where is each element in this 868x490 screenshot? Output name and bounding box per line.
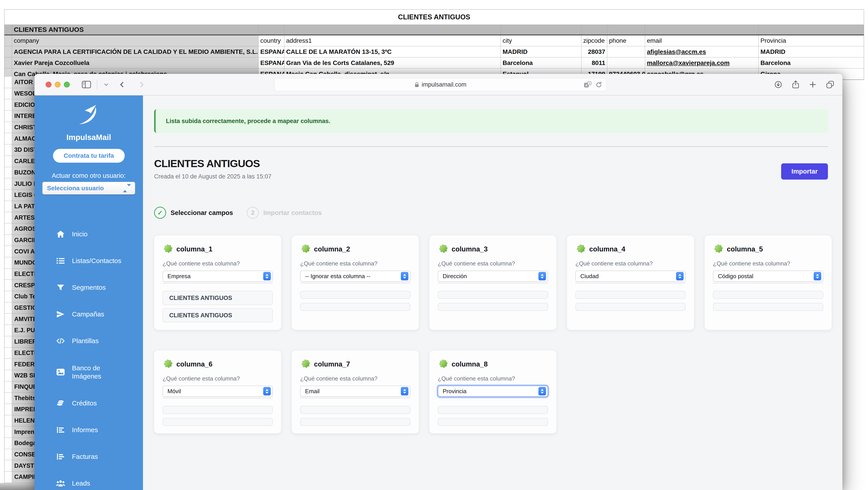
sidebar-item-facturas[interactable]: Facturas — [34, 443, 143, 470]
column-card-7: columna_7 ¿Qué contiene esta columna? Em… — [292, 351, 419, 433]
url-bar[interactable]: impulsamail.com A文 — [274, 78, 607, 91]
sample-value: CLIENTES ANTIGUOS — [162, 291, 273, 305]
step-seleccionar-campos[interactable]: ✓ Seleccionar campos — [154, 207, 233, 219]
report-chart-icon — [56, 426, 66, 434]
list-item: ALMACE — [4, 133, 34, 144]
sidebar-item-inicio[interactable]: Inicio — [34, 221, 143, 248]
puzzle-icon — [438, 244, 448, 254]
list-item: 3D DIST — [4, 144, 34, 156]
sidebar-item-plantillas[interactable]: Plantillas — [34, 328, 143, 354]
sheet-window-bottom-frame — [0, 483, 34, 490]
list-item: Bodega — [4, 438, 34, 449]
sidebar-toggle-icon[interactable] — [82, 81, 91, 88]
minimize-button[interactable] — [55, 82, 61, 88]
cell-address1: Gran Via de les Corts Catalanes, 529 — [284, 57, 501, 68]
select-arrows-icon — [123, 186, 131, 190]
select-stepper-icon — [401, 387, 408, 395]
column-card-title: columna_2 — [314, 245, 350, 253]
list-item: CAMPIN — [4, 471, 34, 483]
back-icon[interactable] — [118, 81, 126, 88]
col-header-company: company — [12, 35, 258, 46]
column-card-title: columna_4 — [589, 245, 625, 253]
new-tab-icon[interactable] — [809, 81, 816, 88]
list-item: LEGIS G — [4, 190, 34, 201]
sidebar-item-campanas[interactable]: Campañas — [34, 301, 143, 328]
success-banner-text: Lista subida correctamente, procede a ma… — [166, 118, 330, 125]
list-item: W2B SE — [4, 370, 34, 382]
sample-value — [438, 406, 548, 414]
forward-icon[interactable] — [138, 81, 146, 88]
column-mapping-select-focused[interactable]: Provincia — [438, 386, 548, 397]
people-icon — [56, 480, 66, 487]
puzzle-icon — [576, 244, 586, 254]
user-select[interactable]: Selecciona usuario — [42, 182, 135, 195]
sidebar-item-segmentos[interactable]: Segmentos — [34, 274, 143, 301]
list-item: LA PATI — [4, 201, 34, 212]
sidebar-item-leads[interactable]: Leads — [34, 470, 143, 490]
column-card-title: columna_6 — [176, 360, 212, 368]
list-item: AITOR P — [4, 77, 34, 88]
url-text: impulsamail.com — [422, 81, 466, 88]
column-card-6: columna_6 ¿Qué contiene esta columna? Mó… — [154, 351, 281, 433]
tab-overview-icon[interactable] — [826, 80, 834, 89]
column-mapping-select[interactable]: Ciudad — [576, 270, 686, 282]
cell-email-link[interactable]: mallorca@xavierpareja.com — [645, 57, 759, 68]
list-item: HELENA — [4, 415, 34, 427]
chevron-down-icon[interactable] — [103, 81, 109, 88]
cell-city: Barcelona — [501, 57, 581, 68]
sidebar-nav: Inicio Listas/Contactos Segmentos — [34, 221, 143, 490]
step-check-icon: ✓ — [154, 207, 166, 219]
cell-email-link[interactable]: afiglesias@accm.es — [645, 46, 759, 57]
column-card-1: columna_1 ¿Qué contiene esta columna? Em… — [154, 235, 281, 330]
sample-value — [713, 291, 823, 299]
importar-button[interactable]: Importar — [781, 163, 828, 179]
column-mapping-select[interactable]: Código postal — [713, 270, 823, 282]
column-question: ¿Qué contiene esta columna? — [576, 260, 686, 267]
list-item: DAYSTE — [4, 460, 34, 471]
cell-provincia: MADRID — [759, 46, 864, 57]
sample-value — [162, 418, 273, 426]
reload-icon[interactable] — [595, 81, 602, 88]
step-number: 2 — [247, 207, 259, 219]
list-item: GARCID — [4, 235, 34, 246]
cell-address1: CALLE DE LA MARATÓN 13-15, 3ºC — [284, 46, 501, 57]
column-mapping-select[interactable]: Email — [300, 386, 410, 397]
sidebar-item-creditos[interactable]: Créditos — [34, 390, 143, 417]
list-item: GESTIO — [4, 302, 34, 314]
zoom-button[interactable] — [64, 82, 70, 88]
main-content: Lista subida correctamente, procede a ma… — [143, 95, 842, 490]
sample-value — [300, 406, 410, 414]
section-divider — [154, 146, 828, 147]
sidebar-item-listas-contactos[interactable]: Listas/Contactos — [34, 248, 143, 274]
list-item: Imprent — [4, 426, 34, 438]
sample-value — [300, 303, 410, 311]
cell-city: MADRID — [501, 46, 581, 57]
list-icon — [56, 257, 66, 264]
svg-text:文: 文 — [588, 82, 591, 85]
list-item: Thebits — [4, 393, 34, 404]
sidebar-item-banco-imagenes[interactable]: Banco de Imágenes — [34, 354, 143, 390]
column-mapping-select[interactable]: Dirección — [438, 270, 548, 282]
column-question: ¿Qué contiene esta columna? — [438, 375, 548, 382]
column-mapping-select[interactable]: Móvil — [162, 386, 273, 397]
coins-icon — [56, 399, 66, 407]
sample-value — [162, 406, 273, 414]
sidebar-item-informes[interactable]: Informes — [34, 417, 143, 443]
toolbar-divider — [97, 80, 97, 90]
sample-value — [576, 291, 686, 299]
success-banner: Lista subida correctamente, procede a ma… — [154, 109, 828, 133]
translate-icon[interactable]: A文 — [584, 81, 592, 89]
column-mapping-select[interactable]: -- Ignorar esta columna -- — [300, 270, 410, 282]
contratar-tarifa-button[interactable]: Contrata tu tarifa — [53, 149, 125, 163]
column-card-title: columna_5 — [727, 245, 763, 253]
browser-window: impulsamail.com A文 — [34, 74, 842, 490]
downloads-icon[interactable] — [774, 80, 782, 89]
column-mapping-select[interactable]: Empresa — [162, 270, 273, 282]
cell-country: ESPANA — [258, 57, 284, 68]
puzzle-icon — [300, 359, 311, 369]
close-button[interactable] — [45, 82, 52, 88]
select-stepper-icon — [538, 272, 546, 281]
column-card-title: columna_3 — [452, 245, 488, 253]
share-icon[interactable] — [792, 80, 800, 89]
mapping-cards-row-2: columna_6 ¿Qué contiene esta columna? Mó… — [154, 351, 828, 433]
